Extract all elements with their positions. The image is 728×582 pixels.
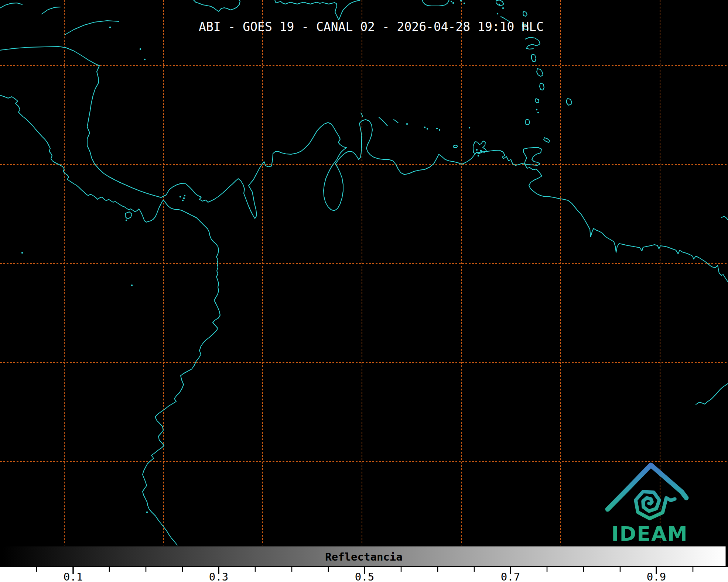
ideam-logo-text: IDEAM	[611, 522, 688, 545]
colorbar-tick-label: 0.5	[355, 571, 374, 582]
islet-dot	[536, 109, 537, 110]
islet-dot	[460, 0, 462, 1]
islet-dot	[180, 196, 181, 197]
colorbar-tick-label: 0.3	[209, 571, 228, 582]
islet-dot	[464, 3, 465, 4]
colorbar-label: Reflectancia	[325, 551, 403, 563]
product-title: ABI - GOES 19 - CANAL 02 - 2026-04-28 19…	[199, 20, 544, 34]
islet-dot	[480, 150, 482, 151]
islet-dot	[131, 285, 133, 286]
islet-dot	[183, 197, 185, 199]
satellite-map: ABI - GOES 19 - CANAL 02 - 2026-04-28 19…	[0, 0, 728, 582]
islet-dot	[126, 220, 127, 221]
colorbar-tick-label: 0.7	[501, 571, 520, 582]
islet-dot	[109, 27, 111, 28]
islet-dot	[499, 4, 500, 5]
islet-dot	[469, 127, 470, 128]
satellite-image-viewport: ABI - GOES 19 - CANAL 02 - 2026-04-28 19…	[0, 0, 728, 582]
islet-dot	[502, 7, 504, 9]
islet-dot	[537, 112, 539, 113]
islet-dot	[476, 149, 478, 151]
islet-dot	[427, 128, 428, 130]
colorbar-tick-label: 0.1	[64, 571, 83, 582]
islet-dot	[439, 129, 440, 131]
islet-dot	[140, 48, 141, 50]
islet-dot	[184, 195, 185, 196]
colorbar-tick-label: 0.9	[647, 571, 666, 582]
islet-dot	[451, 1, 452, 2]
islet-dot	[478, 155, 479, 156]
islet-dot	[497, 13, 498, 14]
islet-dot	[21, 252, 23, 254]
islet-dot	[144, 59, 146, 60]
islet-dot	[146, 512, 148, 513]
islet-dot	[406, 123, 408, 125]
islet-dot	[452, 2, 454, 4]
islet-dot	[436, 128, 438, 129]
islet-dot	[182, 200, 184, 201]
islet-dot	[424, 127, 425, 128]
